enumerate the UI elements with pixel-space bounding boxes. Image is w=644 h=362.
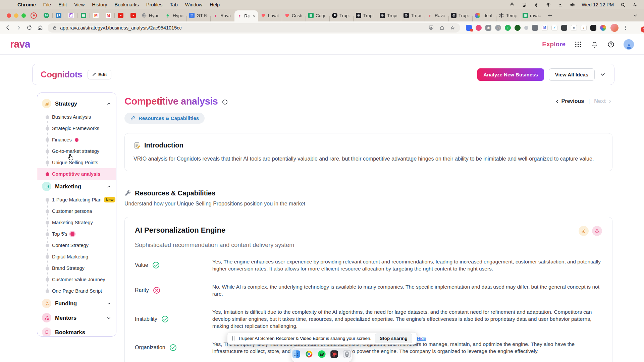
ext-colorful[interactable] — [600, 25, 606, 31]
previous-button[interactable]: Previous — [555, 98, 584, 104]
pinned-tab-gmail-favicon[interactable]: M — [90, 9, 102, 21]
tab-trupee[interactable]: Trupee — [354, 9, 377, 21]
forward-button[interactable] — [15, 24, 22, 31]
home-button[interactable] — [37, 24, 43, 31]
info-icon[interactable] — [222, 99, 228, 105]
tab-trupee[interactable]: Trupee — [449, 9, 472, 21]
menu-window[interactable]: Window — [181, 2, 206, 7]
ext-alarm[interactable]: ◷ — [495, 25, 501, 31]
ext-wallet[interactable] — [532, 25, 538, 31]
pinned-tab-youtube-favicon[interactable] — [127, 9, 139, 21]
control-center-icon[interactable] — [632, 2, 638, 8]
sidebar-section-marketing[interactable]: Marketing — [37, 180, 116, 193]
ext-dark-square[interactable] — [590, 25, 596, 31]
install-icon[interactable] — [428, 25, 434, 31]
tab-hyperle[interactable]: Hyperle — [139, 9, 163, 21]
pinned-tab-youtube-favicon[interactable] — [115, 9, 127, 21]
pinned-tab-badge-20-favicon[interactable]: 20 — [40, 9, 52, 21]
explore-link[interactable]: Explore — [542, 41, 566, 48]
tab-rav-active[interactable]: rRav — [234, 10, 258, 21]
dock-spotify-icon[interactable] — [317, 350, 326, 360]
browser-menu-icon[interactable] — [623, 25, 628, 31]
tab-custom[interactable]: Custom — [282, 9, 306, 21]
volume-icon[interactable] — [570, 2, 575, 8]
tab-close-icon[interactable] — [252, 14, 256, 18]
ext-green-check[interactable]: ✓ — [505, 25, 511, 31]
user-avatar[interactable] — [624, 39, 634, 50]
ext-pink-dot[interactable] — [476, 25, 482, 31]
sidebar-item-customer-value-journey[interactable]: Customer Value Journey — [37, 274, 116, 285]
menu-chrome[interactable]: Chrome — [14, 2, 40, 7]
sidebar-item-top-5-s[interactable]: Top 5's — [37, 228, 116, 240]
dock-finder-icon[interactable] — [292, 350, 301, 360]
menu-tab[interactable]: Tab — [166, 2, 181, 7]
sidebar-item-finances[interactable]: Finances — [37, 134, 116, 145]
sidebar-item-strategic-frameworks[interactable]: Strategic Frameworks — [37, 123, 116, 134]
edit-button[interactable]: Edit — [88, 70, 111, 79]
ext-blue-m[interactable]: M — [542, 25, 548, 31]
next-button[interactable]: Next — [594, 98, 612, 104]
menu-view[interactable]: View — [70, 2, 88, 7]
chevron-up-icon[interactable] — [106, 101, 111, 106]
menu-help[interactable]: Help — [206, 2, 223, 7]
collapse-chevron-icon[interactable] — [599, 71, 606, 78]
rava-logo[interactable]: rava — [10, 38, 30, 50]
menu-bookmarks[interactable]: Bookmarks — [111, 2, 143, 7]
apps-grid-icon[interactable] — [574, 41, 582, 48]
tab-cognid[interactable]: Cognid — [306, 9, 329, 21]
menubar-clock[interactable]: Wed 12:12 PM — [582, 2, 614, 7]
menu-file[interactable]: File — [40, 2, 55, 7]
new-tab-button[interactable] — [547, 13, 553, 18]
spotlight-search-icon[interactable] — [620, 2, 626, 8]
sidebar-item-content-strategy[interactable]: Content Strategy — [37, 240, 116, 251]
reload-button[interactable] — [26, 24, 33, 31]
bell-icon[interactable] — [591, 41, 598, 48]
browser-profile-avatar[interactable] — [610, 24, 619, 32]
menu-profiles[interactable]: Profiles — [143, 2, 166, 7]
pinned-tab-sheets-favicon[interactable] — [77, 9, 90, 21]
share-icon[interactable] — [439, 25, 445, 31]
tab-search-caret-icon[interactable] — [633, 13, 638, 18]
ext-gray-small[interactable] — [524, 26, 528, 30]
chevron-up-icon[interactable] — [106, 184, 111, 189]
microphone-icon[interactable] — [509, 2, 515, 8]
ext-puzzle[interactable] — [561, 25, 567, 31]
sidebar-item-go-to-market-strategy[interactable]: Go-to-market strategy — [37, 145, 116, 157]
sidebar-item-unique-selling-points[interactable]: Unique Selling Points — [37, 157, 116, 168]
tab-hyperle[interactable]: Hyperle — [163, 9, 186, 21]
help-icon[interactable] — [607, 41, 615, 48]
sidebar-section-mentors[interactable]: Mentors — [37, 311, 116, 324]
dock-screen-recorder-icon[interactable] — [330, 350, 339, 360]
apple-icon[interactable] — [6, 2, 12, 8]
back-button[interactable] — [5, 24, 11, 31]
ext-blue-badged[interactable] — [466, 25, 472, 31]
zoom-window-button[interactable] — [21, 13, 26, 18]
sidebar-section-bookmarks[interactable]: Bookmarks — [37, 325, 116, 337]
tab-trupee[interactable]: Trupee — [401, 9, 425, 21]
sidebar-item-competitive-analysis[interactable]: Competitive analysis — [37, 168, 116, 180]
bluetooth-icon[interactable] — [533, 2, 539, 8]
eject-icon[interactable] — [557, 2, 563, 8]
tab-rava-ai[interactable]: rava.ai — [520, 9, 544, 21]
tab-templa[interactable]: Templa — [496, 9, 520, 21]
tab-trupee[interactable]: Trupee — [377, 9, 401, 21]
tab-rava-a[interactable]: rRava A — [425, 9, 448, 21]
tab-rava-a[interactable]: rRava A — [211, 9, 234, 21]
sidebar-section-strategy[interactable]: Strategy — [37, 97, 116, 110]
sidebar-section-funding[interactable]: Funding — [37, 297, 116, 310]
ext-dark-green[interactable] — [515, 25, 521, 31]
sidebar-item-brand-strategy[interactable]: Brand Strategy — [37, 262, 116, 274]
pinned-tab-dice-favicon[interactable] — [65, 9, 77, 21]
url-text[interactable]: app.rava.ai/strategyv1/business_analysis… — [60, 25, 182, 31]
chevron-down-icon[interactable] — [106, 315, 111, 320]
sidebar-item-customer-persona[interactable]: Customer persona — [37, 205, 116, 217]
stop-sharing-button[interactable]: Stop sharing — [375, 334, 412, 343]
tab-trupee[interactable]: Trupee — [330, 9, 353, 21]
persona-org-icon[interactable] — [592, 226, 602, 236]
close-window-button[interactable] — [7, 13, 11, 18]
sidebar-item-business-analysis[interactable]: Business Analysis — [37, 111, 116, 123]
sidebar-item-1-page-marketing-plan[interactable]: 1-Page Marketing PlanNew — [37, 194, 116, 205]
funding-hand-icon[interactable] — [579, 226, 589, 236]
menu-history[interactable]: History — [88, 2, 111, 7]
screen-mirroring-icon[interactable] — [521, 2, 527, 8]
